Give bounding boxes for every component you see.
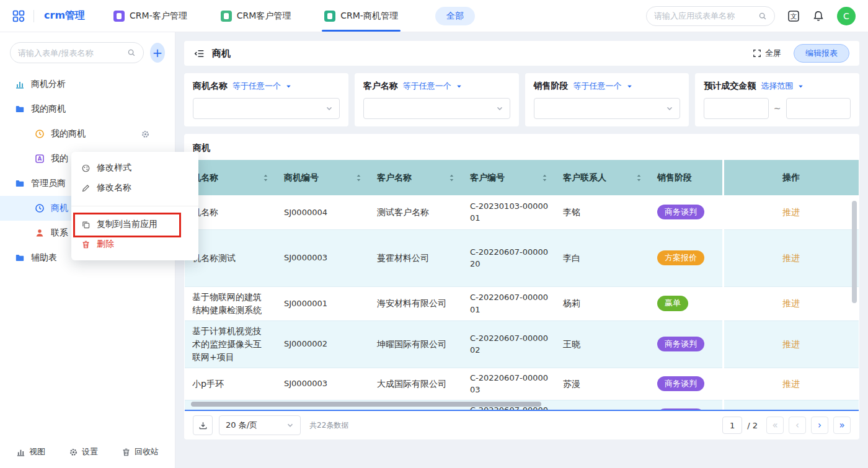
sidebar-item-3[interactable]: 我的商机 bbox=[0, 121, 175, 146]
translate-icon[interactable]: 文 bbox=[787, 10, 800, 22]
advance-link[interactable]: 推进 bbox=[782, 253, 800, 263]
filter-operator[interactable]: 选择范围 bbox=[761, 81, 793, 92]
column-label: 客户联系人 bbox=[563, 172, 606, 183]
range-max-input[interactable] bbox=[786, 98, 851, 119]
sidebar-search-input[interactable] bbox=[18, 48, 123, 58]
avatar[interactable]: C bbox=[837, 7, 856, 25]
page-size-select[interactable]: 20 条/页 bbox=[219, 415, 301, 435]
collapse-sidebar-icon[interactable] bbox=[194, 48, 205, 59]
edit-report-button[interactable]: 编辑报表 bbox=[794, 44, 849, 63]
sort-icon[interactable] bbox=[541, 174, 548, 182]
range-min-input[interactable] bbox=[704, 98, 769, 119]
page-header: 商机 全屏 编辑报表 bbox=[184, 41, 859, 66]
context-menu: 修改样式修改名称复制到当前应用删除 bbox=[71, 152, 198, 260]
chevron-right-icon: › bbox=[815, 420, 825, 430]
menu-item-1[interactable]: 修改样式 bbox=[71, 158, 198, 178]
gear-icon[interactable] bbox=[141, 130, 150, 139]
sidebar-footer-gear[interactable]: 设置 bbox=[69, 446, 98, 457]
advance-link[interactable]: 推进 bbox=[782, 298, 800, 308]
column-header-4[interactable]: 客户编号 bbox=[463, 160, 556, 195]
table-row: 小p手环SJ0000003大成国际有限公司C-20220607-0000003苏… bbox=[185, 368, 859, 400]
sidebar-item-1[interactable]: 商机分析 bbox=[0, 72, 175, 97]
cell-customer-code: C-20220607-0000001 bbox=[463, 286, 556, 320]
filter-card-2: 客户名称等于任意一个 bbox=[355, 73, 519, 126]
double-chevron-left-icon: « bbox=[770, 420, 780, 430]
menu-item-3[interactable]: 复制到当前应用 bbox=[71, 214, 198, 234]
total-count-text: 共22条数据 bbox=[309, 420, 348, 431]
chevron-down-icon bbox=[326, 105, 333, 112]
sort-icon[interactable] bbox=[448, 174, 455, 182]
menu-item-label: 修改名称 bbox=[97, 182, 131, 193]
vertical-scrollbar[interactable] bbox=[852, 201, 857, 303]
filter-select[interactable] bbox=[534, 98, 681, 119]
all-apps-pill-button[interactable]: 全部 bbox=[435, 7, 475, 25]
sort-icon[interactable] bbox=[636, 174, 642, 182]
folder-icon bbox=[15, 253, 25, 263]
topbar-tab-2[interactable]: CRM客户管理 bbox=[218, 0, 294, 32]
topbar-tab-1[interactable]: CRM-客户管理 bbox=[111, 0, 190, 32]
column-header-2[interactable]: 商机编号 bbox=[277, 160, 370, 195]
cell-customer-contact: 苏漫 bbox=[556, 368, 650, 400]
next-page-button[interactable]: › bbox=[811, 417, 828, 434]
filter-card-4: 预计成交金额选择范围~ bbox=[695, 73, 859, 126]
menu-item-2[interactable]: 修改名称 bbox=[71, 178, 198, 198]
sidebar-search[interactable] bbox=[10, 42, 144, 63]
double-chevron-right-icon: » bbox=[837, 420, 847, 430]
add-form-button[interactable]: + bbox=[150, 43, 165, 63]
sidebar-item-2[interactable]: 我的商机 bbox=[0, 97, 175, 121]
pencil-icon bbox=[81, 183, 91, 193]
filter-select[interactable] bbox=[193, 98, 340, 119]
column-header-1[interactable]: 机名称 bbox=[185, 160, 277, 195]
filter-head: 销售阶段等于任意一个 bbox=[534, 81, 681, 92]
column-header-3[interactable]: 客户名称 bbox=[370, 160, 463, 195]
filter-label: 销售阶段 bbox=[534, 81, 569, 92]
tab-label: CRM-商机管理 bbox=[340, 11, 398, 22]
table-row: 基于计算机视觉技术的监控摄像头互联网+项目SJ0000002坤曜国际有限公司C-… bbox=[185, 320, 859, 368]
cell-opportunity-code: SJ0000003 bbox=[277, 368, 370, 400]
advance-link[interactable]: 推进 bbox=[782, 207, 800, 217]
sidebar-footer-trash[interactable]: 回收站 bbox=[122, 446, 159, 457]
column-header-5[interactable]: 客户联系人 bbox=[556, 160, 650, 195]
topbar-search[interactable] bbox=[646, 6, 775, 26]
clock-icon bbox=[35, 203, 45, 213]
notifications-bell-icon[interactable] bbox=[812, 10, 825, 22]
trash-icon bbox=[122, 448, 131, 457]
horizontal-scrollbar[interactable] bbox=[191, 402, 541, 407]
page-header-right: 全屏 编辑报表 bbox=[753, 44, 849, 63]
filter-label: 客户名称 bbox=[363, 81, 398, 92]
page-number-input[interactable]: 1 bbox=[722, 417, 742, 434]
export-button[interactable] bbox=[193, 415, 213, 435]
chevron-down-icon[interactable] bbox=[456, 84, 462, 89]
sort-icon[interactable] bbox=[355, 174, 362, 182]
sort-icon[interactable] bbox=[262, 174, 269, 182]
app-name[interactable]: crm管理 bbox=[44, 9, 85, 22]
cell-customer-code: C-20220607-0000003 bbox=[463, 368, 556, 400]
sidebar-footer-chart[interactable]: 视图 bbox=[16, 446, 45, 457]
advance-link[interactable]: 推进 bbox=[782, 379, 800, 389]
chevron-down-icon[interactable] bbox=[798, 84, 804, 89]
apps-grid-icon[interactable] bbox=[12, 10, 25, 22]
advance-link[interactable]: 推进 bbox=[782, 339, 800, 349]
prev-page-button[interactable]: ‹ bbox=[789, 417, 806, 434]
filter-operator[interactable]: 等于任意一个 bbox=[403, 81, 451, 92]
cell-customer-code: C-20220607-0000020 bbox=[463, 229, 556, 286]
page-size-value: 20 条/页 bbox=[226, 420, 257, 431]
filter-operator[interactable]: 等于任意一个 bbox=[232, 81, 281, 92]
fullscreen-button[interactable]: 全屏 bbox=[753, 48, 781, 59]
last-page-button[interactable]: » bbox=[833, 417, 851, 434]
topbar-tab-3[interactable]: CRM-商机管理 bbox=[322, 0, 401, 32]
topbar-divider bbox=[33, 10, 34, 22]
menu-item-4[interactable]: 删除 bbox=[71, 234, 198, 254]
topbar-search-input[interactable] bbox=[654, 11, 755, 20]
cell-opportunity-name: 基于物联网的建筑结构健康检测系统 bbox=[185, 286, 277, 320]
advance-link[interactable]: 推进 bbox=[782, 411, 800, 412]
pagination: 1 / 2 « ‹ › » bbox=[722, 417, 851, 434]
column-label: 操作 bbox=[782, 172, 800, 183]
filter-select[interactable] bbox=[363, 98, 510, 119]
cell-sales-stage: 商务谈判 bbox=[650, 320, 723, 368]
cell-opportunity-code: SJ0000003 bbox=[277, 229, 370, 286]
chevron-down-icon[interactable] bbox=[627, 84, 632, 89]
chevron-down-icon[interactable] bbox=[286, 84, 291, 89]
first-page-button[interactable]: « bbox=[766, 417, 784, 434]
filter-operator[interactable]: 等于任意一个 bbox=[574, 81, 622, 92]
